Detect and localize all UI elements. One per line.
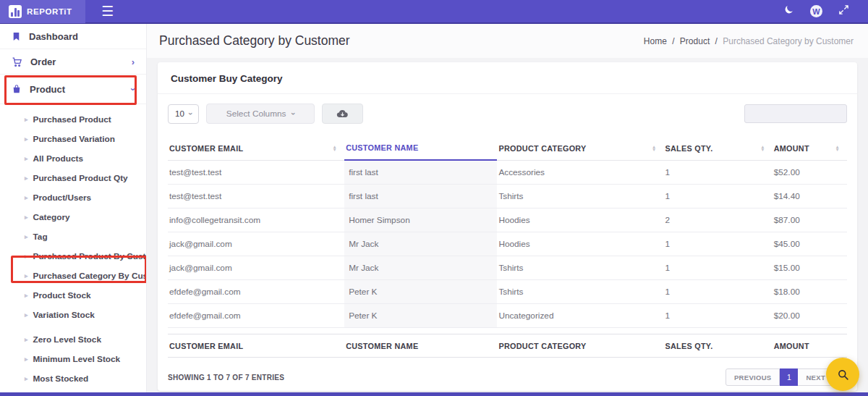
cell-amount: $15.00 [773,256,847,279]
column-header-customer-name[interactable]: CUSTOMER NAME [344,135,497,161]
table-row: test@test.test first last Accessories 1 … [168,161,847,185]
cell-product-category: Tshirts [497,256,663,279]
page-number-button[interactable]: 1 [780,368,798,386]
cell-customer-name: first last [344,161,497,184]
caret-icon: ▸ [25,214,28,221]
cell-customer-name: Mr Jack [344,256,497,279]
sidebar-subitem-purchased-product-qty[interactable]: ▸Purchased Product Qty [0,168,146,188]
select-columns-dropdown[interactable]: Select Columns › [206,104,315,124]
cell-product-category: Hoodies [497,208,663,232]
app-logo[interactable]: REPORTiT [0,0,85,23]
column-header-amount[interactable]: AMOUNT ▲▼ [773,135,847,160]
column-header-sales-qty[interactable]: SALES QTY. ▲▼ [663,135,772,160]
fullscreen-icon[interactable] [838,4,849,18]
sidebar-item-label: Dashboard [29,31,78,42]
table-toolbar: 10 › Select Columns › [158,94,857,132]
sidebar-subitem-product-users[interactable]: ▸Product/Users [0,188,146,207]
sidebar-subitem-purchased-product-by-customer[interactable]: ▸Purchased Product By Custo… [0,246,146,266]
sidebar-item-product[interactable]: Product › [0,75,146,104]
caret-icon: ▸ [25,311,28,319]
sidebar-subitem-most-stocked[interactable]: ▸Most Stocked [0,368,146,388]
app-window: REPORTiT ☰ W Dashboard Order › Product › [0,0,868,396]
column-header-customer-email[interactable]: CUSTOMER EMAIL ▲▼ [168,135,344,160]
table-row: jack@gmail.com Mr Jack Tshirts 1 $15.00 [168,256,847,280]
page-size-value: 10 [175,109,184,118]
subitem-label: Minimum Level Stock [33,354,121,364]
bar-chart-logo-icon [9,5,22,18]
caret-icon: ▸ [25,375,28,382]
column-header-product-category[interactable]: PRODUCT CATEGORY ▲▼ [497,135,663,160]
column-label: AMOUNT [774,144,809,153]
breadcrumb-home[interactable]: Home [644,36,667,46]
card-title: Customer Buy Category [158,62,857,94]
sort-icon[interactable]: ▲▼ [652,146,657,151]
subitem-label: Purchased Product By Custo… [33,251,147,261]
table-row: efdefe@gmail.com Peter K Uncategorized 1… [168,304,847,328]
bookmark-icon [12,32,21,41]
table-pagination-bar: SHOWING 1 TO 7 OF 7 ENTRIES PREVIOUS 1 N… [158,358,857,386]
cell-customer-email: efdefe@gmail.com [168,280,344,303]
data-table: CUSTOMER EMAIL ▲▼ CUSTOMER NAME PRODUCT … [168,135,847,358]
sidebar-subitem-purchased-product[interactable]: ▸Purchased Product [0,109,146,129]
sidebar-subitem-purchased-variation[interactable]: ▸Purchased Variation [0,129,146,148]
cell-amount: $87.00 [773,208,847,232]
cell-product-category: Tshirts [497,185,663,208]
entries-info: SHOWING 1 TO 7 OF 7 ENTRIES [168,374,284,382]
sidebar-item-dashboard[interactable]: Dashboard [0,24,146,49]
cloud-download-icon [335,107,350,120]
sidebar-subitem-purchased-category-by-customer[interactable]: ▸Purchased Category By Custo… [0,266,146,285]
sidebar-subitem-tag[interactable]: ▸Tag [0,227,146,246]
chevron-down-icon: › [289,112,298,115]
sidebar-item-label: Order [30,56,56,67]
previous-page-button[interactable]: PREVIOUS [726,368,780,386]
footer-customer-name: CUSTOMER NAME [344,334,497,357]
cell-amount: $45.00 [773,232,847,256]
subitem-label: Tag [33,232,48,242]
cell-sales-qty: 1 [663,232,772,256]
export-download-button[interactable] [322,104,363,124]
cell-customer-email: test@test.test [168,161,344,184]
dark-mode-icon[interactable] [783,4,794,18]
table-row: jack@gmail.com Mr Jack Hoodies 1 $45.00 [168,232,847,256]
cell-amount: $18.00 [773,280,847,303]
cell-product-category: Accessories [497,161,663,184]
product-submenu: ▸Purchased Product ▸Purchased Variation … [0,104,146,396]
caret-icon: ▸ [25,292,28,299]
cell-customer-email: test@test.test [168,185,344,208]
wordpress-icon[interactable]: W [810,5,822,17]
sort-icon[interactable]: ▲▼ [835,146,840,151]
subitem-label: Variation Stock [33,310,95,320]
sidebar-subitem-category[interactable]: ▸Category [0,207,146,227]
subitem-label: Product Stock [33,290,91,300]
hamburger-menu-icon[interactable]: ☰ [101,4,114,18]
sidebar-subitem-all-products[interactable]: ▸All Products [0,148,146,168]
subitem-label: Zero Level Stock [33,334,101,345]
breadcrumb-separator: / [715,36,718,46]
floating-search-button[interactable] [826,358,859,391]
search-input[interactable] [744,104,847,123]
subitem-label: Purchased Category By Custo… [33,271,147,281]
cell-sales-qty: 1 [663,256,772,279]
breadcrumb: Home / Product / Purchased Category by C… [644,36,854,46]
page-size-select[interactable]: 10 › [168,104,199,124]
sort-icon[interactable]: ▲▼ [760,146,765,151]
cart-icon [12,56,22,67]
chevron-right-icon: › [132,56,135,67]
caret-icon: ▸ [25,355,28,363]
sidebar-subitem-product-stock[interactable]: ▸Product Stock [0,285,146,305]
sidebar-subitem-minimum-level-stock[interactable]: ▸Minimum Level Stock [0,349,146,368]
page-titlebar: Purchased Category by Customer Home / Pr… [147,24,868,58]
cell-product-category: Hoodies [497,232,663,256]
subitem-label: All Products [33,153,83,164]
sort-icon[interactable]: ▲▼ [333,146,338,151]
caret-icon: ▸ [25,336,28,343]
sidebar-subitem-zero-level-stock[interactable]: ▸Zero Level Stock [0,329,146,349]
cell-customer-email: jack@gmail.com [168,256,344,279]
footer-customer-email: CUSTOMER EMAIL [168,334,344,357]
breadcrumb-product[interactable]: Product [680,36,710,46]
cell-customer-name: Homer Simpson [344,208,497,232]
table-row: efdefe@gmail.com Peter K Tshirts 1 $18.0… [168,280,847,304]
sidebar-item-order[interactable]: Order › [0,49,146,75]
subitem-label: Purchased Product [33,114,111,125]
sidebar-subitem-variation-stock[interactable]: ▸Variation Stock [0,305,146,324]
